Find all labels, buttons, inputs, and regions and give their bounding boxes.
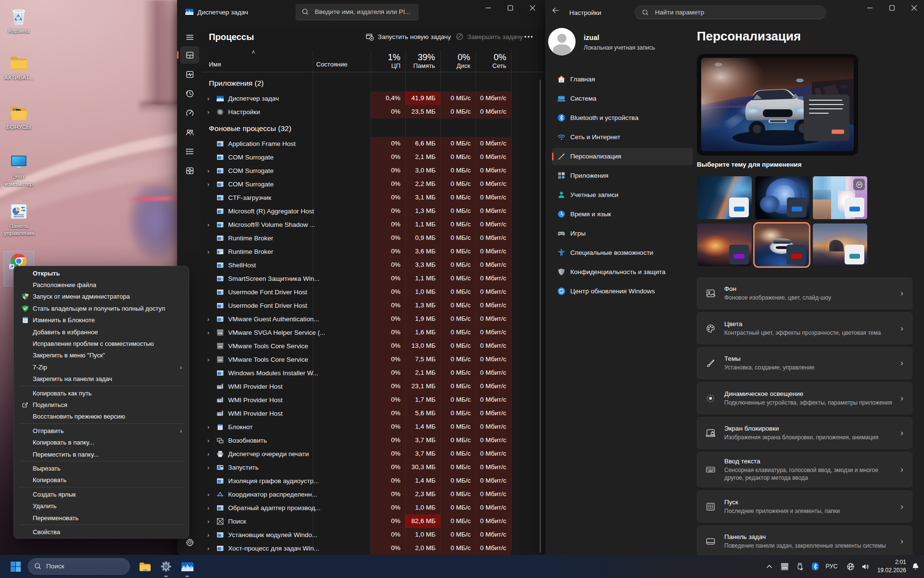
svg-text:vm: vm: [218, 358, 223, 362]
svg-text:vm: vm: [218, 345, 223, 348]
svg-text:vm: vm: [218, 331, 223, 335]
svg-text:vm: vm: [782, 565, 787, 569]
